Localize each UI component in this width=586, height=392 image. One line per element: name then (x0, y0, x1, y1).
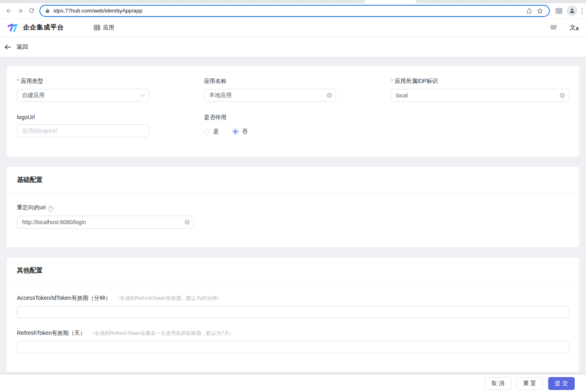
required-mark: * (391, 78, 393, 84)
basic-config-title: 基础配置 (7, 167, 579, 194)
disabled-label: 是否停用 (204, 114, 382, 121)
brand[interactable]: 企企集成平台 (7, 23, 64, 33)
access-token-input[interactable] (17, 306, 569, 318)
field-idp: *应用所属IDP标识 (391, 78, 569, 102)
clear-icon[interactable] (326, 93, 332, 98)
browser-refresh-button[interactable] (26, 5, 37, 17)
field-redirect-uri: 重定向的uri? (17, 204, 569, 229)
bookmark-button[interactable] (534, 6, 545, 16)
app-name-label: 应用名称 (204, 78, 382, 85)
redirect-uri-label: 重定向的uri? (17, 204, 569, 212)
radio-circle-icon (233, 129, 238, 134)
browser-toolbar: idps.77hub.com/web/identityApp/app (0, 3, 586, 19)
radio-circle-icon (204, 129, 210, 134)
browser-back-button[interactable] (3, 5, 14, 17)
nav-item-apps-label: 应用 (103, 24, 114, 31)
browser-menu-button[interactable] (581, 8, 583, 14)
app-info-card: *应用类型 自建应用 应用名称 (7, 66, 579, 157)
brand-logo-icon (7, 23, 18, 33)
back-arrow-icon (4, 44, 12, 50)
translate-a: A (576, 26, 579, 31)
translate-icon[interactable]: 文A (569, 24, 579, 31)
radio-yes[interactable]: 是 (204, 128, 219, 135)
refresh-token-input[interactable] (17, 341, 569, 353)
back-row: 返回 (0, 37, 586, 57)
required-mark: * (17, 78, 19, 84)
back-label: 返回 (17, 43, 28, 51)
radio-no[interactable]: 否 (233, 128, 248, 135)
other-config-title: 其他配置 (7, 258, 579, 284)
redirect-uri-input[interactable] (17, 216, 194, 229)
forward-arrow-icon (17, 7, 24, 14)
app-type-value: 自建应用 (22, 92, 45, 99)
app-type-select[interactable]: 自建应用 (17, 89, 149, 102)
active-tab[interactable] (364, 0, 417, 3)
cancel-button[interactable]: 取 消 (485, 377, 511, 390)
access-token-hint: （生成的RefreshToken有效期，默认为60分钟） (115, 295, 222, 302)
browser-profile-avatar[interactable] (567, 6, 577, 16)
logo-url-label: logoUrl (17, 114, 195, 120)
url-text[interactable]: idps.77hub.com/web/identityApp/app (54, 8, 524, 14)
idp-label: *应用所属IDP标识 (391, 78, 569, 85)
clear-icon[interactable] (559, 93, 565, 98)
chevron-down-icon (140, 94, 145, 97)
clear-icon[interactable] (184, 219, 190, 225)
person-icon (569, 8, 575, 14)
footer-action-bar: 取 消 重 置 提 交 (0, 374, 586, 392)
radio-yes-label: 是 (213, 128, 219, 135)
app-type-label: *应用类型 (17, 78, 195, 85)
browser-tab-strip (0, 0, 586, 3)
access-token-label: AccessToken/IdToken有效期（分钟） (17, 295, 111, 302)
flag-icon (549, 24, 558, 31)
field-access-token: AccessToken/IdToken有效期（分钟） （生成的RefreshTo… (17, 295, 569, 318)
flag-button[interactable] (549, 24, 558, 31)
logo-url-input[interactable] (17, 124, 149, 137)
field-app-name: 应用名称 (204, 78, 382, 102)
share-icon (526, 8, 532, 14)
refresh-token-label: RefreshToken有效期（天） (17, 330, 85, 337)
empty-cell (391, 114, 569, 138)
three-dots-icon (581, 8, 583, 14)
browser-forward-button[interactable] (14, 5, 26, 17)
side-panel-button[interactable] (555, 8, 563, 14)
nav-item-apps[interactable]: 应用 (94, 24, 114, 31)
brand-title: 企企集成平台 (23, 23, 64, 32)
app-header: 企企集成平台 应用 文A (0, 19, 586, 37)
back-arrow-icon (5, 7, 12, 14)
other-config-card: 其他配置 AccessToken/IdToken有效期（分钟） （生成的Refr… (7, 258, 579, 372)
back-button[interactable]: 返回 (4, 43, 28, 51)
side-panel-icon (555, 8, 563, 14)
refresh-icon (28, 7, 35, 14)
tab-dividers (0, 0, 586, 3)
help-icon[interactable]: ? (48, 206, 54, 212)
field-refresh-token: RefreshToken有效期（天） （生成的RefreshToken在最后一次… (17, 330, 569, 353)
radio-no-label: 否 (242, 128, 248, 135)
grid-icon (94, 25, 100, 31)
star-icon (536, 7, 543, 14)
share-button[interactable] (524, 6, 534, 16)
basic-config-card: 基础配置 重定向的uri? (7, 167, 579, 247)
disabled-radio-group: 是 否 (204, 125, 382, 138)
translate-zh: 文 (569, 24, 576, 31)
submit-button[interactable]: 提 交 (548, 377, 575, 390)
idp-input[interactable] (391, 89, 569, 102)
refresh-token-hint: （生成的RefreshToken在最后一次使用后的有效期，默认为7天） (89, 330, 234, 337)
lock-icon (45, 8, 50, 14)
address-bar[interactable]: idps.77hub.com/web/identityApp/app (39, 5, 550, 17)
reset-button[interactable]: 重 置 (516, 377, 543, 390)
field-logo-url: logoUrl (17, 114, 195, 138)
field-app-type: *应用类型 自建应用 (17, 78, 195, 102)
field-disabled: 是否停用 是 否 (204, 114, 382, 138)
page-content: *应用类型 自建应用 应用名称 (0, 57, 586, 374)
app-name-input[interactable] (204, 89, 336, 102)
